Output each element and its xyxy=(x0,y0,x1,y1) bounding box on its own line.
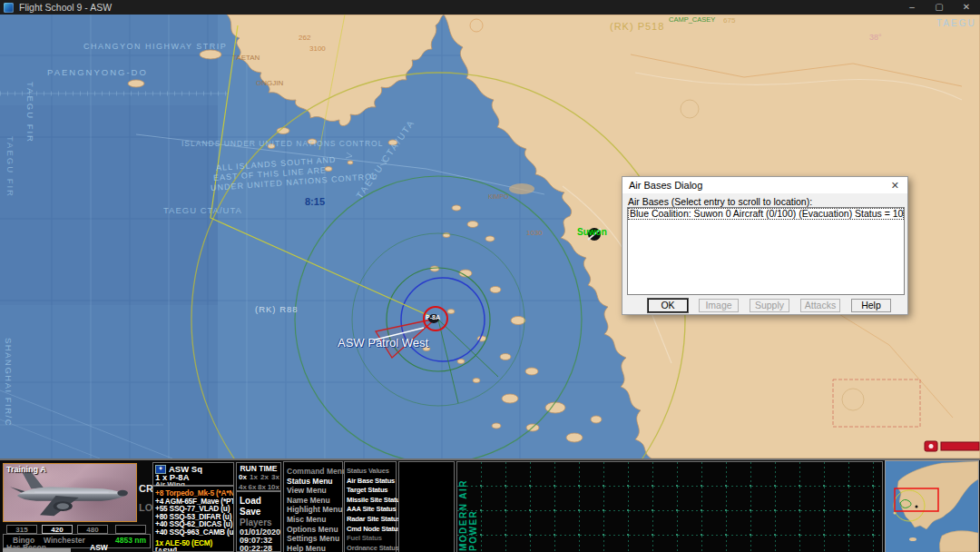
time-speed-4x[interactable]: 4x xyxy=(239,483,247,491)
status-item-ordnance-status[interactable]: Ordnance Status xyxy=(347,544,399,552)
status-item-target-status[interactable]: Target Status xyxy=(347,486,387,494)
map-label-shanghai-fir-c: SHANGHAI FIR/C xyxy=(4,338,14,427)
bottom-control-panel: Training A CRULOW 315420480 Bingo Winche… xyxy=(0,458,980,552)
menu-item-help-menu[interactable]: Help Menu xyxy=(287,544,326,552)
training-label: Training A xyxy=(6,465,46,474)
dialog-button-image: Image xyxy=(699,299,739,312)
close-button[interactable]: ✕ xyxy=(953,0,980,15)
speed-select-480[interactable]: 480 xyxy=(77,525,108,534)
speed-select-420[interactable]: 420 xyxy=(42,525,73,534)
winchester-label: Winchester xyxy=(44,536,85,545)
speed-select-315[interactable]: 315 xyxy=(6,525,37,534)
maximize-button[interactable]: ▢ xyxy=(926,0,953,15)
status-item-missile-site-status[interactable]: Missile Site Status xyxy=(347,496,404,504)
mission-label: ASW xyxy=(90,543,108,552)
map-label-1030: 1030 xyxy=(526,229,543,237)
window-titlebar: Flight School 9 - ASW – ▢ ✕ xyxy=(0,0,980,15)
map-label-asw-patrol-west: ASW Patrol West xyxy=(338,336,428,350)
status-item-fuel-status[interactable]: Fuel Status xyxy=(347,534,382,542)
save-button[interactable]: Save xyxy=(240,507,260,517)
map-label-675: 675 xyxy=(723,16,735,25)
brand-text: MODERN AIR POWER xyxy=(458,464,478,551)
corner-tab[interactable] xyxy=(3,548,71,552)
minimap[interactable] xyxy=(885,460,979,552)
menu-item-settings-menu[interactable]: Settings Menu xyxy=(287,534,339,543)
aircraft-status-box: Bingo Winchester 4853 nm Has Recon ASW xyxy=(3,534,151,548)
weapon-item-7[interactable]: [ASW] xyxy=(155,547,177,552)
dialog-instructions: Air Bases (Select entry to scroll to loc… xyxy=(628,196,812,207)
time-speed-6x[interactable]: 6x xyxy=(249,483,257,491)
map-label-kimpo: KIMPO xyxy=(488,193,509,200)
status-item-aaa-site-status[interactable]: AAA Site Status xyxy=(347,505,397,513)
time-speed-10x[interactable]: 10x xyxy=(268,483,279,491)
menu-item-highlight-menu[interactable]: Highlight Menu xyxy=(287,505,342,514)
command-menu-box: Command MenuStatus MenuView MenuName Men… xyxy=(283,461,343,552)
minimap-chart xyxy=(886,461,978,552)
map-label-camp-casey: CAMP_CASEY xyxy=(669,15,715,24)
status-item-status-values[interactable]: Status Values xyxy=(347,467,389,475)
dialog-title: Air Bases Dialog xyxy=(629,180,702,191)
range-value: 4853 nm xyxy=(115,536,146,545)
map-label-rk-p518: (RK) P518 xyxy=(610,21,664,32)
dialog-button-row: OKImageSupplyAttacksHelp xyxy=(648,299,891,312)
time-speed-3x[interactable]: 3x xyxy=(271,473,279,481)
dialog-button-attacks: Attacks xyxy=(800,299,840,312)
status-item-cmd-node-status[interactable]: Cmd Node Status xyxy=(347,525,401,533)
window-title: Flight School 9 - ASW xyxy=(19,2,112,13)
map-label-p-8a: P-8A xyxy=(426,314,440,320)
alert-icon xyxy=(929,444,934,448)
load-save-box: Load Save Players 01/01/2020 09:07:32 00… xyxy=(236,491,281,552)
speed-select-blank[interactable] xyxy=(115,525,146,534)
message-grid-panel: MODERN AIR POWER xyxy=(456,461,883,552)
air-bases-dialog: Air Bases Dialog ✕ Air Bases (Select ent… xyxy=(622,176,908,315)
time-speed-2x[interactable]: 2x xyxy=(260,473,269,481)
status-item-air-base-status[interactable]: Air Base Status xyxy=(347,477,395,485)
status-item-radar-site-status[interactable]: Radar Site Status xyxy=(347,515,400,523)
map-label-taegu-fir: TAEGU FIR xyxy=(5,136,15,198)
air-bases-listbox[interactable]: Blue Coalition: Suwon 0 Aircraft (0/100)… xyxy=(627,207,905,295)
runtime-title: RUN TIME xyxy=(237,464,280,473)
map-label-changyon-highway-strip: CHANGYON HIGHWAY STRIP xyxy=(83,42,227,51)
menu-item-command-menu[interactable]: Command Menu xyxy=(287,467,347,476)
map-label-262: 262 xyxy=(299,34,310,42)
menu-item-status-menu[interactable]: Status Menu xyxy=(287,477,333,486)
map-label-islands-under-united-nations: ISLANDS UNDER UNITED NATIONS CONTROL xyxy=(181,139,383,148)
alert-bar xyxy=(941,442,979,450)
menu-item-view-menu[interactable]: View Menu xyxy=(287,486,327,495)
status-values-box: Status ValuesAir Base StatusTarget Statu… xyxy=(344,461,397,552)
map-label-taetan: TAETAN xyxy=(232,54,260,62)
map-label-suwon: Suwon xyxy=(577,227,607,237)
time-speed-1x[interactable]: 1x xyxy=(250,473,258,481)
menu-item-name-menu[interactable]: Name Menu xyxy=(287,496,330,505)
load-button[interactable]: Load xyxy=(240,496,261,506)
map-label-3100: 3100 xyxy=(309,44,326,53)
dialog-titlebar[interactable]: Air Bases Dialog ✕ xyxy=(622,177,907,193)
menu-item-misc-menu[interactable]: Misc Menu xyxy=(287,515,326,524)
squadron-header[interactable]: ✦ ASW Sq 1 x P-8A Air Wing xyxy=(152,462,234,486)
time-speed-8x[interactable]: 8x xyxy=(258,483,266,491)
elapsed-time: 00:22:28 xyxy=(240,544,272,552)
map-label-ongjin: ONGJIN xyxy=(256,79,283,87)
runtime-box: RUN TIME 0x1x2x3x 4x6x8x10x xyxy=(236,462,281,491)
aircraft-photo[interactable]: Training A xyxy=(3,463,137,522)
players-button: Players xyxy=(240,518,272,527)
map-label-taegu: TAEGU xyxy=(936,18,976,28)
map-label-38: 38° xyxy=(869,33,882,42)
dialog-close-icon[interactable]: ✕ xyxy=(891,180,899,192)
alert-indicator[interactable] xyxy=(925,441,979,451)
weapon-item-5[interactable]: +40 SSQ-963_CAMB (u) xyxy=(155,527,234,537)
dialog-button-supply: Supply xyxy=(750,299,789,312)
map-label-paengnyong-do: PAENGNYONG-DO xyxy=(47,67,148,77)
message-box xyxy=(398,461,455,552)
minimize-button[interactable]: – xyxy=(898,0,926,15)
air-base-entry[interactable]: Blue Coalition: Suwon 0 Aircraft (0/100)… xyxy=(628,208,904,220)
map-label-taegu-cta-uta: TAEGU CTA/UTA xyxy=(163,205,242,215)
menu-item-options-menu[interactable]: Options Menu xyxy=(287,525,338,534)
time-speed-0x[interactable]: 0x xyxy=(239,473,247,481)
dialog-button-ok[interactable]: OK xyxy=(648,299,688,312)
dialog-button-help[interactable]: Help xyxy=(851,299,891,312)
map-label-8-15: 8:15 xyxy=(305,196,325,207)
map-label-taegu-fir: TAEGU FIR xyxy=(25,82,35,143)
grid-background xyxy=(457,462,883,552)
weapons-list: +8 Torpedo_Mk-5 (*A*N*U)+4 AGM-65F_Mave … xyxy=(152,486,234,552)
